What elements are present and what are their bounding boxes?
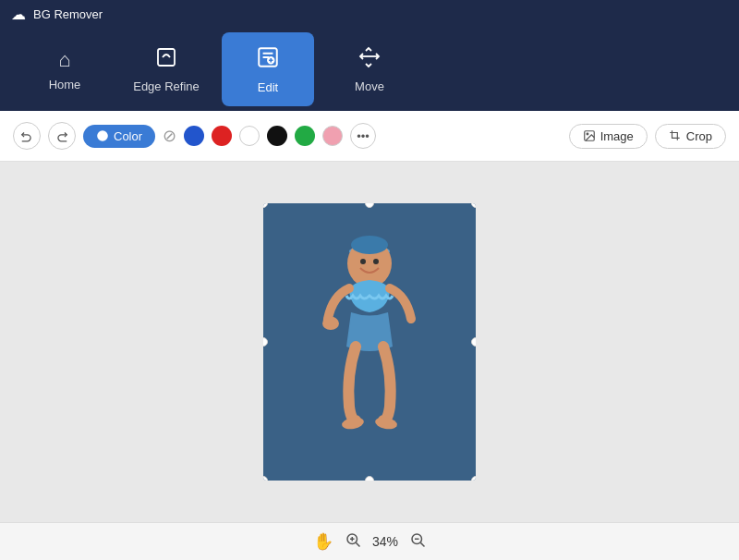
svg-point-9: [351, 236, 388, 254]
nav-edge-refine-label: Edge Refine: [133, 79, 200, 93]
svg-line-20: [420, 542, 424, 546]
color-swatch-black[interactable]: [267, 126, 287, 146]
color-swatch-pink[interactable]: [322, 126, 343, 146]
move-icon: [358, 46, 381, 74]
nav-move[interactable]: Move: [323, 32, 416, 106]
crop-button[interactable]: Crop: [655, 124, 726, 149]
nav-edit[interactable]: Edit: [222, 32, 314, 106]
crop-btn-label: Crop: [686, 129, 712, 143]
svg-point-11: [373, 259, 379, 264]
image-btn-label: Image: [600, 129, 634, 143]
app-icon: ☁: [11, 6, 26, 23]
svg-point-12: [322, 317, 339, 330]
child-figure: [263, 203, 476, 481]
color-swatch-white[interactable]: [239, 126, 260, 146]
nav-edge-refine[interactable]: Edge Refine: [120, 32, 212, 106]
hand-icon[interactable]: ✋: [313, 531, 333, 552]
app-title: BG Remover: [33, 7, 103, 21]
image-frame[interactable]: [263, 203, 476, 481]
title-bar: ☁ BG Remover: [0, 0, 739, 28]
edit-icon: [256, 45, 280, 75]
color-swatch-green[interactable]: [295, 126, 315, 146]
child-svg: [286, 213, 453, 471]
svg-point-14: [374, 416, 398, 431]
svg-line-16: [356, 542, 359, 546]
color-button[interactable]: Color: [83, 125, 155, 148]
zoom-out-icon[interactable]: [409, 531, 426, 552]
nav-move-label: Move: [355, 79, 384, 93]
color-swatch-red[interactable]: [212, 126, 232, 146]
erase-icon[interactable]: ⊘: [163, 126, 176, 146]
nav-home-label: Home: [49, 78, 81, 91]
redo-button[interactable]: [48, 122, 76, 150]
nav-edit-label: Edit: [258, 80, 278, 94]
toolbar: Color ⊘ ••• Image Crop: [0, 111, 739, 162]
svg-rect-0: [158, 49, 175, 66]
edge-refine-icon: [155, 46, 177, 74]
undo-button[interactable]: [13, 122, 41, 150]
more-button[interactable]: •••: [350, 123, 376, 149]
nav-home[interactable]: ⌂ Home: [18, 32, 111, 106]
nav-bar: ⌂ Home Edge Refine Edit: [0, 28, 739, 111]
zoom-in-icon[interactable]: [345, 531, 361, 552]
svg-point-10: [360, 259, 366, 264]
svg-point-6: [587, 133, 588, 135]
toolbar-right: Image Crop: [569, 124, 726, 149]
svg-point-13: [341, 416, 365, 431]
zoom-level: 34%: [372, 534, 398, 549]
canvas-area: [0, 162, 739, 522]
home-icon: ⌂: [58, 48, 70, 72]
svg-point-4: [97, 130, 108, 141]
status-bar: ✋ 34%: [0, 522, 739, 560]
image-button[interactable]: Image: [569, 124, 648, 149]
color-swatch-blue[interactable]: [184, 126, 204, 146]
